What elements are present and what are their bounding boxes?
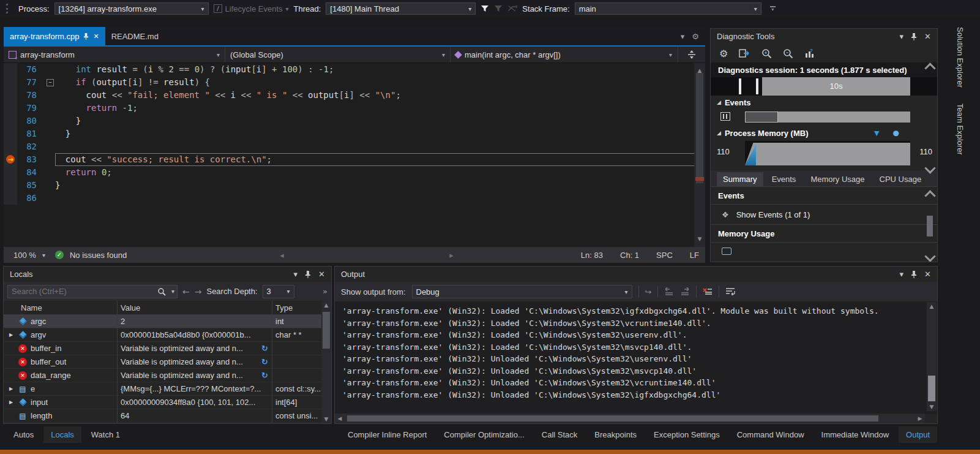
- tab-compiler-inline-report[interactable]: Compiler Inline Report: [340, 426, 434, 443]
- variable-value-cell[interactable]: Variable is optimized away and n...↻: [117, 344, 272, 353]
- variable-value-cell[interactable]: 0x000001bb5a04d8b0 {0x000001b...: [117, 330, 272, 339]
- process-memory-chart[interactable]: 110 110: [711, 140, 937, 168]
- column-separator[interactable]: [117, 301, 118, 423]
- locals-row-buffer_in[interactable]: ✕buffer_inVariable is optimized away and…: [4, 342, 331, 355]
- events-section-header[interactable]: ◢ Events: [711, 96, 937, 109]
- scroll-up-icon[interactable]: ▲: [927, 303, 937, 309]
- settings-gear-icon[interactable]: ⚙: [719, 48, 728, 59]
- window-menu-chevron-icon[interactable]: ▾: [900, 32, 904, 41]
- output-horizontal-scrollbar[interactable]: ◀ ▶: [335, 414, 925, 423]
- search-box[interactable]: ▾: [7, 285, 178, 298]
- locals-scrollbar[interactable]: ▲ ▼: [321, 301, 331, 423]
- show-events-link[interactable]: ❖ Show Events (1 of 1): [711, 204, 937, 224]
- code-text[interactable]: return 0;: [55, 166, 705, 179]
- tab-immediate-window[interactable]: Immediate Window: [814, 426, 897, 443]
- locals-row-input[interactable]: ▶input0x00000009034ff8a0 {100, 101, 102.…: [4, 396, 331, 409]
- code-text[interactable]: cout << "success; result is correct.\n";: [55, 153, 705, 166]
- search-icon[interactable]: [157, 287, 166, 296]
- scroll-down-icon[interactable]: ▼: [694, 233, 705, 246]
- scroll-down-icon[interactable]: ▼: [927, 404, 937, 410]
- code-line-76[interactable]: 76 int result = (i % 2 == 0) ? (input[i]…: [4, 63, 705, 76]
- pin-icon[interactable]: [911, 32, 917, 40]
- output-titlebar[interactable]: Output ▾ ✕: [335, 267, 937, 282]
- tab-call-stack[interactable]: Call Stack: [534, 426, 585, 443]
- diag-tab-summary[interactable]: Summary: [717, 172, 763, 186]
- eol-indicator[interactable]: LF: [690, 251, 699, 260]
- refresh-icon[interactable]: ↻: [261, 357, 268, 366]
- pin-icon[interactable]: [83, 32, 89, 40]
- editor-tab[interactable]: array-transform.cpp✕: [4, 27, 105, 45]
- side-tab-solution-explorer[interactable]: Solution Explorer: [956, 27, 965, 88]
- close-icon[interactable]: ✕: [93, 32, 99, 40]
- locals-row-argc[interactable]: argc2int: [4, 315, 331, 328]
- expander-icon[interactable]: ▶: [7, 386, 15, 392]
- scroll-left-icon[interactable]: ◀: [335, 415, 345, 422]
- variable-name-cell[interactable]: ✕buffer_in: [4, 344, 117, 353]
- scroll-left-icon[interactable]: ◂: [280, 251, 284, 260]
- diagnostic-tools-titlebar[interactable]: Diagnostic Tools ▾ ✕: [711, 29, 937, 44]
- breakpoint-gutter[interactable]: [4, 115, 17, 127]
- pin-icon[interactable]: [305, 270, 311, 278]
- diag-tab-cpu-usage[interactable]: CPU Usage: [873, 172, 928, 186]
- code-text[interactable]: [55, 192, 705, 205]
- code-text[interactable]: return -1;: [55, 102, 705, 115]
- timeline-selection[interactable]: 10s: [762, 77, 910, 96]
- code-line-84[interactable]: 84 return 0;: [4, 166, 705, 179]
- chevron-down-icon[interactable]: ▾: [171, 288, 174, 295]
- code-line-80[interactable]: 80 }: [4, 115, 705, 127]
- previous-message-icon[interactable]: [664, 287, 674, 296]
- zoom-out-icon[interactable]: [783, 48, 793, 59]
- code-line-85[interactable]: 85}: [4, 179, 705, 192]
- expander-icon[interactable]: ▶: [7, 332, 15, 338]
- diag-tab-events[interactable]: Events: [766, 172, 802, 186]
- expander-icon[interactable]: ▶: [7, 399, 15, 405]
- side-tab-team-explorer[interactable]: Team Explorer: [956, 104, 965, 155]
- editor-tab[interactable]: README.md: [105, 27, 165, 45]
- variable-name-cell[interactable]: ▶▤e: [4, 384, 117, 393]
- pin-icon[interactable]: [911, 270, 917, 278]
- breakpoint-gutter[interactable]: [4, 179, 17, 192]
- breakpoint-gutter[interactable]: [4, 140, 17, 153]
- variable-name-cell[interactable]: ✕data_range: [4, 371, 117, 380]
- diagnostics-timeline[interactable]: 10s: [711, 77, 937, 96]
- tab-compiler-optimizatio-[interactable]: Compiler Optimizatio...: [436, 426, 531, 443]
- column-name[interactable]: Name: [4, 303, 117, 312]
- code-line-83[interactable]: →83 cout << "success; result is correct.…: [4, 153, 705, 166]
- document-list-chevron-icon[interactable]: ▾: [681, 32, 685, 41]
- toolbar-overflow-button[interactable]: ▾: [770, 6, 776, 12]
- locals-header-row[interactable]: Name Value Type: [4, 301, 331, 315]
- scrollbar-thumb[interactable]: [347, 415, 878, 422]
- column-separator[interactable]: [272, 301, 272, 423]
- breakpoint-gutter[interactable]: [4, 192, 17, 205]
- breakpoint-gutter[interactable]: [4, 166, 17, 179]
- tab-exception-settings[interactable]: Exception Settings: [646, 426, 727, 443]
- code-line-82[interactable]: 82: [4, 140, 705, 153]
- breakpoint-gutter[interactable]: [4, 76, 17, 89]
- tab-autos[interactable]: Autos: [6, 426, 41, 443]
- snapshot-row-partial[interactable]: [711, 242, 937, 261]
- scroll-up-icon[interactable]: [924, 62, 935, 74]
- locals-row-data_range[interactable]: ✕data_rangeVariable is optimized away an…: [4, 369, 331, 382]
- code-line-86[interactable]: 86: [4, 192, 705, 205]
- scroll-up-icon[interactable]: ▲: [321, 302, 331, 308]
- editor-vertical-scrollbar[interactable]: ▲ ▼: [694, 63, 705, 247]
- code-line-79[interactable]: 79 return -1;: [4, 102, 705, 115]
- diag-tab-memory-usage[interactable]: Memory Usage: [804, 172, 870, 186]
- variable-value-cell[interactable]: 2: [117, 317, 272, 326]
- close-icon[interactable]: ✕: [318, 270, 325, 279]
- word-wrap-icon[interactable]: [725, 287, 736, 296]
- window-menu-chevron-icon[interactable]: ▾: [900, 270, 904, 279]
- clear-all-icon[interactable]: [703, 287, 713, 296]
- code-text[interactable]: int result = (i % 2 == 0) ? (input[i] + …: [55, 63, 705, 76]
- breakpoint-gutter[interactable]: [4, 89, 17, 102]
- function-dropdown[interactable]: main(int argc, char * argv[]) ▾: [451, 47, 677, 62]
- scroll-down-icon[interactable]: ▼: [321, 416, 331, 422]
- refresh-icon[interactable]: ↻: [261, 371, 268, 380]
- next-message-icon[interactable]: [680, 287, 690, 296]
- variable-value-cell[interactable]: Variable is optimized away and n...↻: [117, 357, 272, 366]
- scrollbar-thumb[interactable]: [928, 376, 935, 401]
- locals-row-length[interactable]: ▤length64const unsi...: [4, 409, 331, 423]
- variable-value-cell[interactable]: {MMsg={...} MCLErr=??? MContext=?...: [117, 384, 272, 393]
- zoom-dropdown[interactable]: 100 % ▾: [10, 249, 49, 261]
- scrollbar-thumb[interactable]: [696, 73, 703, 183]
